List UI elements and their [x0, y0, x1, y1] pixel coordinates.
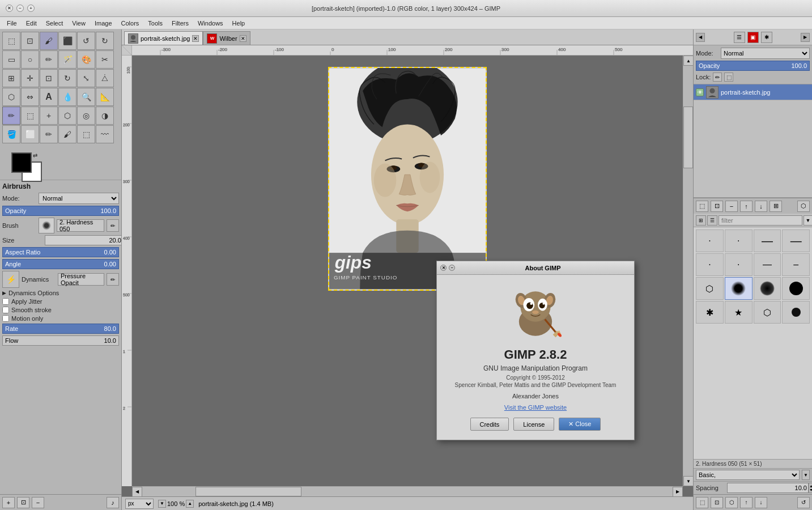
tool-eraser[interactable]: ⬚ [77, 125, 95, 143]
tool-smudge[interactable]: 〰 [96, 125, 114, 143]
tool-new[interactable]: ⬚ [2, 32, 20, 50]
new-toolbox-btn[interactable]: + [2, 497, 15, 508]
horizontal-scrollbar[interactable]: ◀ ▶ [132, 486, 683, 496]
canvas-tab-wilber[interactable]: W Wilber ✕ [203, 31, 250, 45]
tool-perspective[interactable]: ⬡ [2, 88, 20, 106]
tool-heal[interactable]: + [40, 107, 58, 125]
smooth-stroke-checkbox[interactable] [2, 307, 9, 313]
vscroll-up-button[interactable]: ▲ [683, 56, 693, 66]
paths-tab-icon[interactable]: ✱ [761, 32, 772, 43]
right-panel-right-btn[interactable]: ▶ [801, 33, 810, 42]
brush-filter-input[interactable] [719, 215, 802, 226]
configure-toolbox-btn[interactable]: − [32, 497, 44, 508]
right-bottom-btn-2[interactable]: ⊡ [711, 497, 723, 508]
dynamics-edit-button[interactable]: ✏ [107, 273, 119, 286]
zoom-control[interactable]: ▼ 100 % ▲ [158, 500, 194, 508]
brush-cell-8[interactable]: – [782, 253, 810, 276]
layer-eye-portrait[interactable]: 👁 [696, 88, 704, 96]
brush-cell-7[interactable]: — [754, 253, 781, 276]
brush-filter-dropdown[interactable]: ▼ [804, 215, 812, 226]
menu-windows[interactable]: Windows [193, 19, 228, 28]
tool-measure[interactable]: 📐 [96, 88, 114, 106]
tool-fuzzy-select[interactable]: 🪄 [58, 50, 76, 69]
hscroll-right-button[interactable]: ▶ [673, 487, 683, 497]
layers-opacity-bar[interactable]: Opacity 100.0 [696, 61, 810, 71]
tool-scissors[interactable]: ✂ [96, 50, 114, 69]
layers-mode-select[interactable]: Normal [721, 48, 810, 59]
brush-cell-11[interactable] [754, 277, 781, 300]
tool-bucket-fill[interactable]: 🪣 [2, 125, 20, 143]
window-maximize-button[interactable]: + [27, 5, 35, 12]
brush-cell-2[interactable]: · [725, 230, 753, 252]
canvas-tab-portrait[interactable]: portrait-sketch.jpg ✕ [124, 31, 203, 45]
brush-cell-4[interactable]: — [782, 230, 810, 252]
brush-cell-5[interactable]: · [696, 253, 724, 276]
right-bottom-btn-6[interactable]: ↺ [797, 497, 810, 508]
window-minimize-button[interactable]: − [16, 5, 24, 12]
zoom-decrease-button[interactable]: ▼ [158, 500, 166, 508]
brush-cell-16[interactable] [782, 301, 810, 324]
vscroll-down-button[interactable]: ▼ [683, 476, 693, 486]
color-swap-button[interactable]: ⇄ [33, 152, 37, 159]
brush-cell-9[interactable]: ⬡ [696, 277, 724, 300]
brushes-list-view-btn[interactable]: ☰ [707, 215, 717, 226]
spacing-input[interactable]: 10.0 [727, 483, 809, 493]
tool-airbrush[interactable]: ✏ [2, 107, 20, 125]
about-minimize-btn[interactable]: − [449, 265, 455, 271]
opacity-bar[interactable]: Opacity 100.0 [2, 206, 119, 216]
tool-select-by-color[interactable]: 🎨 [77, 50, 95, 69]
hscroll-track[interactable] [142, 487, 673, 496]
right-bottom-btn-4[interactable]: ↑ [740, 497, 753, 508]
menu-image[interactable]: Image [90, 19, 117, 28]
angle-bar[interactable]: Angle 0.00 [2, 259, 119, 269]
delete-toolbox-btn[interactable]: ⊡ [17, 497, 29, 508]
layers-tab-icon[interactable]: ☰ [734, 32, 745, 43]
unit-select[interactable]: px in mm [125, 499, 154, 509]
vertical-scrollbar[interactable]: ▲ ▼ [683, 56, 693, 486]
menu-select[interactable]: Select [41, 19, 68, 28]
menu-filters[interactable]: Filters [167, 19, 193, 28]
tool-pencil[interactable]: ✏ [40, 125, 58, 143]
mode-select[interactable]: Normal [39, 193, 119, 204]
right-panel-left-btn[interactable]: ◀ [696, 33, 705, 42]
spacing-spinner[interactable]: ▲▼ [809, 483, 812, 493]
tool-perspective-clone[interactable]: ⬡ [58, 107, 76, 125]
layers-delete-btn[interactable]: − [725, 201, 738, 212]
hscroll-left-button[interactable]: ◀ [132, 487, 142, 497]
tool-ellipse-select[interactable]: ○ [21, 50, 39, 69]
tool-rect-select[interactable]: ▭ [2, 50, 20, 69]
right-bottom-btn-5[interactable]: ↓ [755, 497, 767, 508]
tool-colorpicker[interactable]: 💧 [58, 88, 76, 106]
tool-scale[interactable]: ⤡ [77, 69, 95, 87]
motion-only-checkbox[interactable] [2, 315, 9, 322]
tool-undo[interactable]: ↺ [77, 32, 95, 50]
layers-anchor-btn[interactable]: ⊞ [770, 201, 782, 212]
credits-button[interactable]: Credits [470, 418, 509, 431]
menu-help[interactable]: Help [228, 19, 250, 28]
layer-row-portrait[interactable]: 👁 portrait-sketch.jpg [694, 84, 812, 100]
layers-expand-btn[interactable]: ⬡ [797, 201, 810, 212]
brushes-category-select[interactable]: Basic, [696, 470, 800, 480]
size-input[interactable]: 20.00 [45, 235, 121, 245]
menu-tools[interactable]: Tools [143, 19, 167, 28]
tool-dodge[interactable]: ◑ [96, 107, 114, 125]
layers-down-btn[interactable]: ↓ [755, 201, 767, 212]
tool-rotate[interactable]: ↻ [58, 69, 76, 87]
brush-cell-6[interactable]: · [725, 253, 753, 276]
brush-cell-1[interactable]: · [696, 230, 724, 252]
apply-jitter-checkbox[interactable] [2, 298, 9, 305]
about-close-btn-titlebar[interactable]: ✕ [440, 265, 447, 271]
tool-magnify[interactable]: 🔍 [77, 88, 95, 106]
brush-cell-14[interactable]: ★ [725, 301, 753, 324]
brushes-grid-view-btn[interactable]: ⊞ [696, 215, 706, 226]
vscroll-track[interactable] [683, 66, 693, 476]
right-bottom-btn-1[interactable]: ⬚ [696, 497, 708, 508]
menu-edit[interactable]: Edit [22, 19, 41, 28]
tool-open[interactable]: ⊡ [21, 32, 39, 50]
tool-text[interactable]: A [40, 88, 58, 106]
license-button[interactable]: License [513, 418, 554, 431]
tool-shear[interactable]: ⧊ [96, 69, 114, 87]
dynamics-options-toggle[interactable]: ▶ Dynamics Options [2, 290, 119, 296]
brush-cell-13[interactable]: ✱ [696, 301, 724, 324]
layers-copy-btn[interactable]: ⊡ [711, 201, 723, 212]
